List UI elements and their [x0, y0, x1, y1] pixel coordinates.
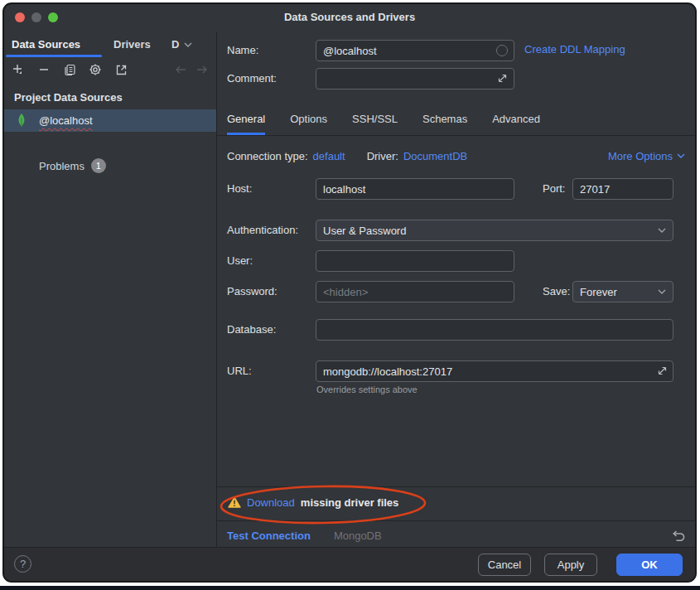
create-ddl-mapping-link[interactable]: Create DDL Mapping — [524, 43, 625, 56]
sidebar-tab-overflow[interactable]: D — [171, 35, 192, 55]
connection-type-value[interactable]: default — [313, 150, 345, 162]
data-source-item-localhost[interactable]: @localhost — [4, 109, 216, 132]
tabs-divider — [217, 135, 695, 136]
driver-warning-text: missing driver files — [301, 496, 399, 509]
help-icon[interactable]: ? — [14, 555, 31, 573]
chevron-down-icon — [184, 42, 192, 47]
save-select[interactable]: Forever — [572, 281, 673, 302]
driver-value-link[interactable]: DocumentDB — [403, 150, 467, 162]
warning-icon — [228, 496, 241, 508]
chevron-down-icon — [677, 153, 685, 158]
sidebar: Data Sources Drivers D — [4, 31, 217, 548]
authentication-select[interactable]: User & Password — [316, 220, 673, 241]
tab-options[interactable]: Options — [290, 113, 327, 135]
problems-count-badge: 1 — [91, 158, 106, 173]
name-label: Name: — [227, 40, 258, 61]
connection-type-label: Connection type: — [227, 150, 308, 162]
footer-bar: ? Cancel Apply OK — [4, 547, 695, 581]
url-label: URL: — [227, 360, 252, 382]
tab-ssh-ssl[interactable]: SSH/SSL — [352, 113, 398, 135]
cancel-button[interactable]: Cancel — [478, 554, 531, 576]
export-icon[interactable] — [112, 60, 130, 79]
test-connection-link[interactable]: Test Connection — [227, 530, 311, 542]
authentication-label: Authentication: — [227, 220, 298, 241]
section-header: Project Data Sources — [14, 91, 123, 104]
driver-label: Driver: — [367, 150, 398, 162]
user-label: User: — [227, 250, 253, 272]
tab-schemas[interactable]: Schemas — [422, 113, 467, 135]
authentication-value: User & Password — [323, 225, 406, 237]
password-input[interactable] — [316, 281, 514, 302]
chevron-down-icon — [658, 228, 666, 233]
chevron-down-icon — [658, 289, 666, 294]
comment-label: Comment: — [227, 68, 277, 89]
driver-warning-row: Download missing driver files — [228, 490, 398, 515]
tab-advanced[interactable]: Advanced — [492, 113, 540, 135]
database-label: Database: — [227, 319, 276, 341]
test-connection-row: Test Connection MongoDB — [227, 521, 685, 550]
settings-icon[interactable] — [86, 60, 104, 79]
sidebar-tab-data-sources[interactable]: Data Sources — [12, 35, 80, 55]
reset-icon[interactable] — [671, 530, 685, 542]
comment-input[interactable] — [316, 68, 514, 89]
sidebar-toolbar — [9, 60, 130, 80]
name-input[interactable] — [316, 40, 514, 61]
page-bottom-rule — [0, 586, 700, 590]
test-driver-name: MongoDB — [334, 530, 382, 542]
active-tab-underline — [6, 55, 102, 57]
dialog-window: Data Sources and Drivers Data Sources Dr… — [2, 2, 697, 583]
section-divider — [217, 486, 695, 487]
forward-icon[interactable] — [196, 65, 208, 75]
window-title: Data Sources and Drivers — [4, 11, 695, 23]
title-bar: Data Sources and Drivers — [4, 4, 695, 31]
screenshot-frame: Data Sources and Drivers Data Sources Dr… — [0, 0, 700, 590]
url-input[interactable] — [316, 360, 673, 382]
expand-icon[interactable] — [497, 73, 508, 84]
sidebar-history-nav — [175, 60, 208, 80]
url-hint: Overrides settings above — [316, 384, 418, 394]
tab-general[interactable]: General — [227, 113, 265, 135]
add-icon[interactable] — [9, 60, 27, 79]
problems-label: Problems — [39, 160, 84, 172]
port-label: Port: — [543, 178, 565, 200]
main-tabs: General Options SSH/SSL Schemas Advanced — [227, 113, 540, 135]
name-field-circle — [496, 45, 508, 56]
main-panel: Name: Create DDL Mapping Comment: Genera… — [217, 31, 695, 548]
password-label: Password: — [227, 281, 278, 302]
mongodb-leaf-icon — [17, 114, 27, 128]
save-label: Save: — [543, 281, 570, 302]
connection-type-row: Connection type: default Driver: Documen… — [227, 148, 467, 164]
ok-button[interactable]: OK — [616, 554, 683, 576]
apply-button[interactable]: Apply — [544, 554, 597, 576]
more-options-link[interactable]: More Options — [608, 148, 685, 164]
back-icon[interactable] — [175, 65, 187, 75]
port-input[interactable] — [572, 178, 673, 200]
host-label: Host: — [227, 178, 252, 200]
user-input[interactable] — [316, 250, 514, 272]
sidebar-tab-drivers[interactable]: Drivers — [113, 35, 151, 55]
remove-icon[interactable] — [35, 60, 53, 79]
duplicate-icon[interactable] — [60, 60, 79, 79]
host-input[interactable] — [316, 178, 514, 200]
expand-icon[interactable] — [657, 365, 668, 376]
problems-row[interactable]: Problems 1 — [39, 156, 106, 176]
download-driver-link[interactable]: Download — [247, 496, 295, 509]
database-input[interactable] — [316, 319, 673, 341]
save-value: Forever — [580, 286, 617, 298]
data-source-item-label: @localhost — [39, 114, 93, 127]
